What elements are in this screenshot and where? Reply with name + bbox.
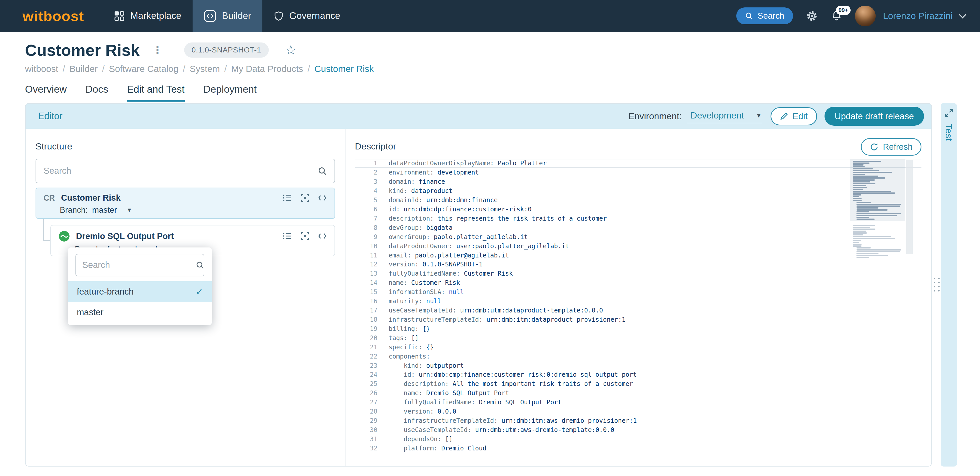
- code-line[interactable]: 10dataProductOwner: user:paolo.platter_a…: [355, 241, 921, 251]
- code-line[interactable]: 2environment: development: [355, 168, 921, 177]
- code-editor[interactable]: 1dataProductOwnerDisplayName: Paolo Plat…: [355, 159, 921, 463]
- code-line[interactable]: 27 fullyQualifiedName: Dremio SQL Output…: [355, 398, 921, 407]
- version-badge: 0.1.0-SNAPSHOT-1: [184, 43, 269, 58]
- edit-button[interactable]: Edit: [770, 107, 817, 125]
- editor-scrollbar[interactable]: [906, 160, 913, 254]
- favorite-star-icon[interactable]: ☆: [285, 42, 297, 58]
- code-line[interactable]: 19billing: {}: [355, 324, 921, 334]
- breadcrumb-item-current[interactable]: Customer Risk: [314, 64, 374, 74]
- breadcrumb-separator: /: [224, 64, 227, 74]
- breadcrumb-item[interactable]: Software Catalog: [109, 64, 178, 74]
- code-line[interactable]: 24 id: urn:dmb:cmp:finance:customer-risk…: [355, 370, 921, 379]
- branch-dropdown-search-input[interactable]: [82, 260, 196, 270]
- code-lines: 1dataProductOwnerDisplayName: Paolo Plat…: [355, 159, 921, 453]
- code-line[interactable]: 3domain: finance: [355, 177, 921, 186]
- code-line[interactable]: 26 name: Dremio SQL Output Port: [355, 388, 921, 398]
- marketplace-grid-icon: [114, 11, 125, 21]
- breadcrumb-item[interactable]: System: [190, 64, 220, 74]
- tree-connector-vertical: [43, 219, 44, 241]
- branch-option-master[interactable]: master: [68, 302, 212, 323]
- code-line[interactable]: 4kind: dataproduct: [355, 186, 921, 195]
- list-icon[interactable]: [283, 232, 292, 241]
- code-icon[interactable]: [318, 193, 327, 203]
- code-line[interactable]: 28 version: 0.0.0: [355, 407, 921, 416]
- code-line[interactable]: 31 dependsOn: []: [355, 434, 921, 444]
- code-line[interactable]: 13fullyQualifiedName: Customer Risk: [355, 269, 921, 278]
- settings-button[interactable]: [806, 10, 818, 22]
- code-line[interactable]: 7description: this represents the risk t…: [355, 214, 921, 223]
- chevron-down-icon[interactable]: [959, 11, 966, 18]
- code-line[interactable]: 29 infrastructureTemplateId: urn:dmb:itm…: [355, 416, 921, 425]
- update-draft-release-button[interactable]: Update draft release: [824, 107, 924, 125]
- nav-item-governance[interactable]: Governance: [262, 0, 352, 32]
- tab-overview[interactable]: Overview: [25, 84, 67, 102]
- user-name[interactable]: Lorenzo Pirazzini: [883, 11, 953, 21]
- kebab-menu-icon[interactable]: ⋮: [152, 44, 163, 56]
- code-line[interactable]: 17useCaseTemplateId: urn:dmb:utm:datapro…: [355, 306, 921, 315]
- search-icon: [745, 12, 753, 20]
- code-line[interactable]: 32 platform: Dremio Cloud: [355, 444, 921, 453]
- expand-icon[interactable]: [944, 108, 954, 118]
- code-line[interactable]: 14name: Customer Risk: [355, 278, 921, 288]
- descriptor-header: Descriptor Refresh: [355, 137, 921, 156]
- branch-option-feature-branch[interactable]: feature-branch ✓: [68, 281, 212, 302]
- tab-edit-and-test[interactable]: Edit and Test: [127, 84, 185, 102]
- code-line[interactable]: 18infrastructureTemplateId: urn:dmb:itm:…: [355, 315, 921, 324]
- environment-select[interactable]: Development ▾: [687, 109, 762, 123]
- code-line[interactable]: 6id: urn:dmb:dp:finance:customer-risk:0: [355, 205, 921, 214]
- code-line[interactable]: 23 - kind: outputport: [355, 361, 921, 370]
- tree-node-customer-risk[interactable]: CR Customer Risk Branch: master ▾: [35, 188, 335, 219]
- nav-item-builder[interactable]: Builder: [192, 0, 262, 32]
- code-line[interactable]: 11email: paolo.platter@agilelab.it: [355, 251, 921, 260]
- notifications-button[interactable]: 99+: [830, 10, 842, 22]
- code-line[interactable]: 1dataProductOwnerDisplayName: Paolo Plat…: [355, 159, 921, 168]
- page-tabs: Overview Docs Edit and Test Deployment: [25, 84, 980, 102]
- tab-deployment[interactable]: Deployment: [203, 84, 257, 102]
- nav-item-label: Marketplace: [130, 11, 181, 21]
- code-icon[interactable]: [318, 232, 327, 241]
- code-line[interactable]: 21specific: {}: [355, 343, 921, 352]
- title-row: Customer Risk ⋮ 0.1.0-SNAPSHOT-1 ☆: [25, 41, 980, 59]
- code-line[interactable]: 9ownerGroup: paolo.platter_agilelab.it: [355, 232, 921, 241]
- breadcrumb-separator: /: [102, 64, 105, 74]
- option-label: feature-branch: [77, 287, 134, 297]
- structure-search: [35, 159, 335, 183]
- panel-resize-handle[interactable]: [934, 278, 940, 291]
- breadcrumb: witboost/ Builder/ Software Catalog/ Sys…: [25, 64, 980, 74]
- minimap[interactable]: [853, 160, 903, 259]
- code-line[interactable]: 16maturity: null: [355, 297, 921, 306]
- nav-item-marketplace[interactable]: Marketplace: [103, 0, 192, 32]
- avatar[interactable]: [855, 6, 876, 26]
- breadcrumb-item[interactable]: Builder: [70, 64, 98, 74]
- builder-icon: [204, 10, 216, 22]
- breadcrumb-item[interactable]: My Data Products: [231, 64, 303, 74]
- list-icon[interactable]: [283, 193, 292, 203]
- focus-icon[interactable]: [300, 193, 310, 203]
- shield-icon: [274, 11, 284, 21]
- code-line[interactable]: 12version: 0.1.0-SNAPSHOT-1: [355, 260, 921, 269]
- focus-icon[interactable]: [300, 232, 310, 241]
- code-line[interactable]: 30 useCaseTemplateId: urn:dmb:utm:aws-dr…: [355, 425, 921, 434]
- tab-docs[interactable]: Docs: [86, 84, 108, 102]
- code-line[interactable]: 20tags: []: [355, 334, 921, 343]
- branch-label: Branch:: [60, 205, 88, 215]
- descriptor-panel: Descriptor Refresh 1dataProductOwnerDisp…: [345, 129, 931, 466]
- witboost-logo[interactable]: witboost: [22, 8, 84, 24]
- check-icon: ✓: [196, 287, 203, 297]
- structure-search-input[interactable]: [43, 166, 318, 176]
- code-line[interactable]: 15informationSLA: null: [355, 288, 921, 297]
- global-search-button[interactable]: Search: [736, 7, 793, 24]
- refresh-button[interactable]: Refresh: [861, 138, 921, 156]
- branch-select-parent[interactable]: Branch: master ▾: [60, 205, 327, 215]
- test-panel-collapsed[interactable]: Test: [940, 103, 957, 466]
- code-line[interactable]: 22components:: [355, 352, 921, 361]
- edit-button-label: Edit: [792, 111, 808, 121]
- code-line[interactable]: 25 description: All the most important r…: [355, 379, 921, 388]
- test-panel-label: Test: [944, 124, 954, 141]
- pencil-icon: [780, 112, 788, 120]
- node-initials: CR: [43, 193, 55, 203]
- code-line[interactable]: 5domainId: urn:dmb:dmn:finance: [355, 195, 921, 205]
- editor-panel: Editor Environment: Development ▾ Edit U…: [25, 103, 932, 466]
- breadcrumb-item[interactable]: witboost: [25, 64, 58, 74]
- code-line[interactable]: 8devGroup: bigdata: [355, 223, 921, 232]
